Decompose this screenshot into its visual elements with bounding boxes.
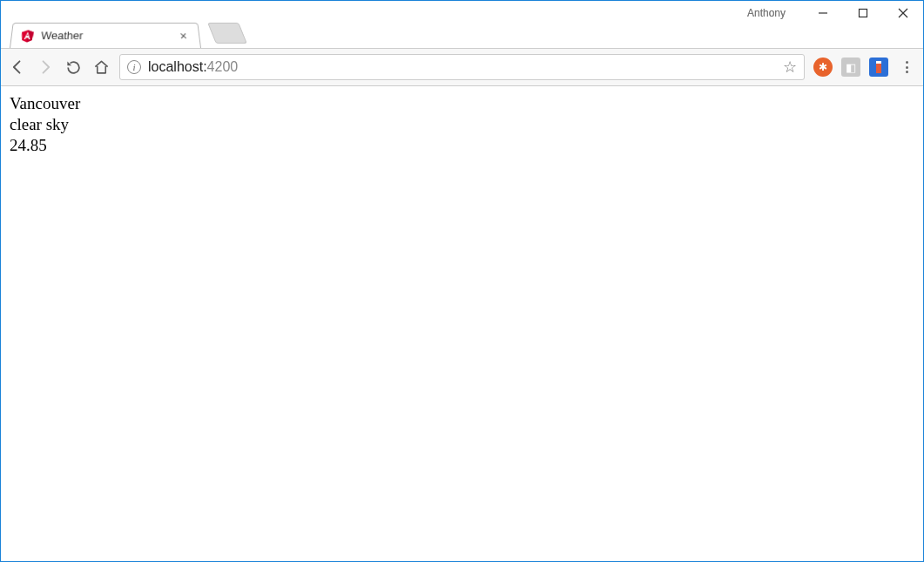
forward-button: [36, 58, 55, 77]
extension-icon-lighthouse[interactable]: [869, 58, 888, 77]
browser-tab[interactable]: Weather ×: [10, 23, 201, 48]
tab-strip: Weather ×: [1, 20, 923, 48]
address-bar[interactable]: i localhost:4200 ☆: [119, 54, 805, 80]
svg-rect-1: [860, 10, 867, 17]
weather-city: Vancouver: [10, 93, 914, 114]
new-tab-button[interactable]: [207, 23, 247, 44]
weather-description: clear sky: [10, 114, 914, 135]
angular-icon: [20, 29, 35, 42]
back-button[interactable]: [8, 58, 27, 77]
reload-button[interactable]: [64, 58, 83, 77]
site-info-icon[interactable]: i: [127, 60, 141, 74]
page-content: Vancouver clear sky 24.85: [1, 86, 923, 162]
extension-icon-1[interactable]: [813, 58, 833, 77]
chrome-profile-name: Anthony: [747, 7, 786, 19]
extension-icon-2[interactable]: [841, 58, 860, 77]
weather-temperature: 24.85: [10, 135, 914, 156]
url-text: localhost:4200: [148, 59, 238, 75]
browser-toolbar: i localhost:4200 ☆: [1, 48, 923, 86]
tab-title: Weather: [41, 30, 84, 42]
close-tab-icon[interactable]: ×: [176, 29, 191, 42]
chrome-menu-button[interactable]: [897, 61, 916, 73]
home-button[interactable]: [91, 58, 111, 77]
url-port: 4200: [207, 59, 239, 74]
url-host: localhost:: [148, 59, 207, 74]
bookmark-star-icon[interactable]: ☆: [783, 58, 797, 77]
